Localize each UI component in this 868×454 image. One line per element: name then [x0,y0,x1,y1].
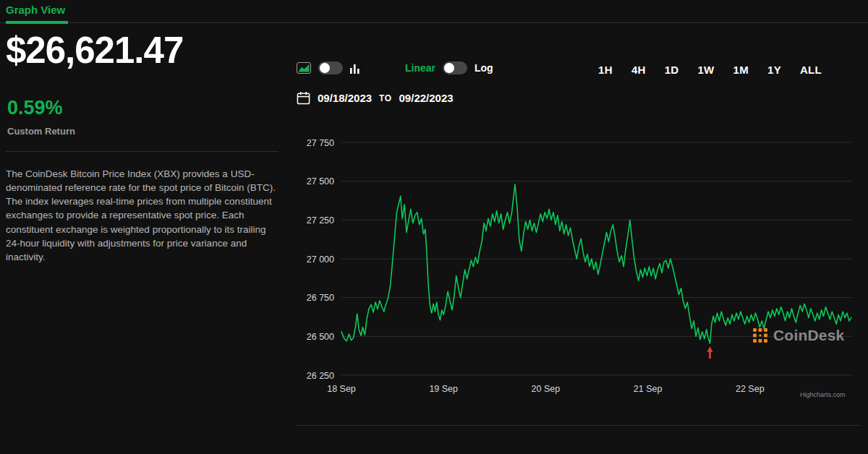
y-axis-label: 27 750 [307,138,334,148]
x-axis-label: 18 Sep [327,384,356,394]
price-line-series [341,184,851,343]
coindesk-watermark: CoinDesk [752,327,844,344]
coindesk-xbx-graph-page: Graph View $26,621.47 0.59% Custom Retur… [0,0,868,454]
x-axis-label: 22 Sep [736,384,765,394]
y-axis-label: 27 500 [307,176,334,187]
range-button-all[interactable]: ALL [800,64,822,76]
tab-graph-view[interactable]: Graph View [6,4,65,16]
calendar-icon[interactable] [297,91,310,105]
y-axis-label: 26 500 [307,332,334,342]
index-description: The CoinDesk Bitcoin Price Index (XBX) p… [6,167,281,264]
change-percent: 0.59% [7,97,63,119]
x-axis-label: 20 Sep [532,384,561,394]
chart-type-toggle[interactable] [318,61,343,74]
date-range-row: 09/18/2023 TO 09/22/2023 [297,91,454,105]
date-range-separator: TO [379,93,391,103]
toggle-knob [320,63,330,73]
scale-toggle-group: Linear Log [405,61,493,74]
tab-active-underline [6,21,68,24]
header-divider [0,22,868,23]
highcharts-credit[interactable]: Highcharts.com [800,391,846,398]
date-to-input[interactable]: 09/22/2023 [399,92,454,104]
y-axis-label: 27 250 [307,215,334,226]
date-from-input[interactable]: 09/18/2023 [318,92,372,104]
range-button-1m[interactable]: 1M [733,64,749,76]
x-axis-label: 21 Sep [634,384,663,394]
y-axis-label: 27 000 [307,254,334,265]
range-button-1d[interactable]: 1D [665,64,679,76]
bar-chart-icon[interactable] [350,62,359,74]
coindesk-logo-icon [752,327,768,343]
x-axis-label: 19 Sep [429,384,458,394]
y-axis-label: 26 750 [307,293,334,303]
watermark-label: CoinDesk [773,327,844,344]
range-button-1h[interactable]: 1H [598,64,613,76]
change-label: Custom Return [7,126,75,137]
range-button-1w[interactable]: 1W [697,64,714,76]
log-scale-button[interactable]: Log [475,62,493,74]
range-button-1y[interactable]: 1Y [767,64,781,76]
chart-type-toggle-group [297,61,359,74]
y-axis-label: 26 250 [307,371,334,381]
summary-divider [6,151,278,152]
price-value: $26,621.47 [6,29,183,72]
low-point-marker [707,346,712,359]
area-chart-icon[interactable] [297,62,311,74]
price-chart[interactable]: 26 25026 50026 75027 00027 25027 50027 7… [297,116,861,405]
range-button-4h[interactable]: 4H [631,64,646,76]
scale-toggle[interactable] [443,61,467,74]
toggle-knob [444,63,454,73]
linear-scale-button[interactable]: Linear [405,62,435,74]
bottom-divider [297,425,861,426]
time-range-selector: 1H4H1D1W1M1YALL [598,64,822,76]
